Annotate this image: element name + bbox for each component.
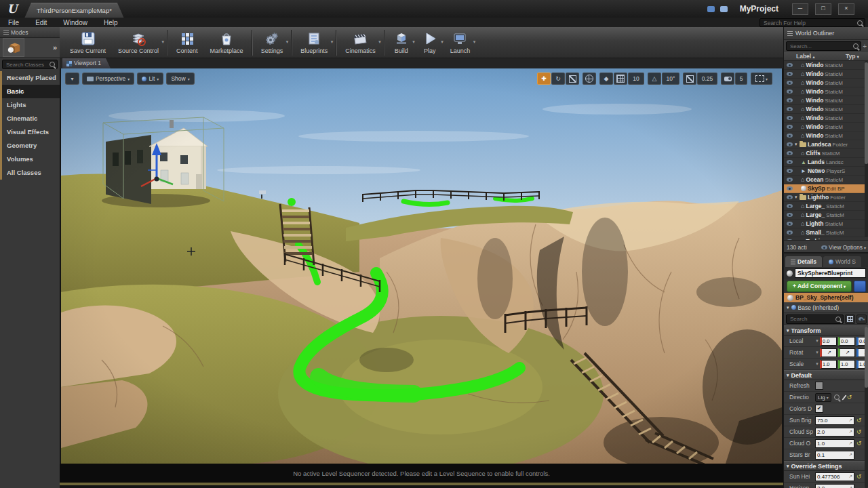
colors-d-checkbox[interactable]: ✔ [815,405,823,413]
toolbar-content-button[interactable]: Content [170,28,204,57]
toolbar-source-control-button[interactable]: Source Control▾ [112,28,165,57]
edit-blueprint-button[interactable] [854,281,866,292]
outliner-row-windo[interactable]: ⌂WindoStaticM [784,123,868,131]
rotation-snap-value[interactable]: 10° [662,73,679,85]
grid-snap-button[interactable] [614,73,627,85]
refresh-checkbox[interactable] [815,382,823,390]
minimize-button[interactable]: ─ [792,3,808,15]
visibility-eye-icon[interactable] [787,98,793,102]
reset-to-default-icon[interactable]: ↺ [856,474,862,480]
toolbar-blueprints-button[interactable]: Blueprints▾ [294,28,334,57]
toolbar-save-current-button[interactable]: Save Current [64,28,112,57]
visibility-eye-icon[interactable] [787,178,793,182]
dropdown-caret-icon[interactable]: ▾ [441,39,443,45]
outliner-row-windo[interactable]: ⌂WindoStaticM [784,79,868,87]
visibility-eye-icon[interactable] [787,72,793,76]
outliner-scrollbar[interactable] [865,61,868,237]
visibility-eye-icon[interactable] [787,204,793,208]
outliner-row-windo[interactable]: ⌂WindoStaticM [784,105,868,114]
toolbar-launch-button[interactable]: Launch▾ [444,28,477,57]
visibility-eye-icon[interactable] [787,151,793,155]
outliner-search-input[interactable] [789,43,853,50]
place-mode-button[interactable] [3,38,24,57]
visibility-eye-icon[interactable] [787,116,793,120]
visibility-eye-icon[interactable] [787,142,793,146]
expand-caret-icon[interactable]: ▾ [795,142,800,147]
outliner-row-windo[interactable]: ⌂WindoStaticM [784,114,868,123]
component-base-row[interactable]: ▾ Base (Inherited) [784,302,868,313]
outliner-row-netwo[interactable]: ►NetwoPlayerS [784,167,868,176]
outliner-row-cliffs[interactable]: ⌂CliffsStaticM [784,149,868,158]
community-icon[interactable] [720,6,728,12]
stars-br-field[interactable]: 0.1↗ [815,451,854,460]
tab-world-settings[interactable]: World S [823,256,861,267]
column-type[interactable]: Typ ▾ [846,53,868,60]
modes-item-basic[interactable]: Basic [2,85,60,98]
rotate-tool-button[interactable]: ↻ [551,73,565,85]
eyedropper-icon[interactable] [842,394,846,400]
help-search-box[interactable] [760,18,865,27]
visibility-eye-icon[interactable] [787,63,793,67]
outliner-row-landsca[interactable]: ▾LandscaFolder [784,140,868,149]
outliner-row-windo[interactable]: ⌂WindoStaticM [784,70,868,79]
outliner-row-large[interactable]: ⌂Large_StaticM [784,211,868,220]
visibility-eye-icon[interactable] [787,81,793,85]
visibility-eye-icon[interactable] [787,222,793,226]
property-matrix-button[interactable] [845,314,855,324]
outliner-row-small[interactable]: ⌂Small_StaticM [784,228,868,237]
toolbar-settings-button[interactable]: Settings▾ [255,28,290,57]
actor-name-field[interactable]: SkySphereBlueprint [795,268,866,278]
world-outliner-tab[interactable]: World Outliner [784,27,868,40]
camera-speed-button[interactable] [721,73,734,85]
viewport-tab[interactable]: Viewport 1 [62,58,111,68]
menu-help[interactable]: Help [96,19,126,26]
dropdown-caret-icon[interactable]: ▾ [412,39,415,45]
sun-hei-field[interactable]: 0.477306↗ [815,472,854,481]
scale-snap-value[interactable]: 0.25 [697,73,717,85]
lit-mode-button[interactable]: Lit▾ [137,73,163,85]
toolbar-marketplace-button[interactable]: Marketplace [204,28,250,57]
visibility-eye-icon[interactable] [787,134,793,138]
camera-speed-value[interactable]: 5 [735,73,747,85]
visibility-eye-icon[interactable] [787,230,793,235]
feedback-icon[interactable] [707,6,715,12]
modes-item-all-classes[interactable]: All Classes [2,166,60,180]
view-options-button[interactable]: View Options▾ [821,244,866,251]
visibility-eye-icon[interactable] [787,239,793,240]
modes-panel-tab[interactable]: Modes [0,27,60,38]
rotation-snap-button[interactable]: △ [648,73,661,85]
outliner-search-box[interactable] [786,41,861,51]
outliner-add-filter-icon[interactable]: + [863,43,867,50]
menu-edit[interactable]: Edit [27,19,55,26]
directio-dropdown[interactable]: Lig▾ [815,393,831,402]
location-x-field[interactable]: 0.0 [820,337,837,346]
maximize-viewport-button[interactable]: ▾ [751,73,772,85]
show-button[interactable]: Show▾ [166,73,194,85]
expand-modes-icon[interactable]: » [53,43,57,52]
section-default[interactable]: ▾Default [784,370,868,380]
outliner-row-ocean[interactable]: ⌂OceanStaticM [784,176,868,184]
modes-item-volumes[interactable]: Volumes [2,152,60,166]
outliner-row-windo[interactable]: ⌂WindoStaticM [784,96,868,105]
dropdown-caret-icon[interactable]: ▾ [162,39,165,45]
toolbar-build-button[interactable]: Build▾ [387,28,416,57]
modes-item-cinematic[interactable]: Cinematic [2,112,60,125]
location-y-field[interactable]: 0.0 [838,337,855,346]
dropdown-caret-icon[interactable]: ▾ [286,39,289,45]
scale-snap-button[interactable] [683,73,696,85]
component-self-row[interactable]: BP_Sky_Sphere(self) [784,293,868,302]
modes-item-geometry[interactable]: Geometry [2,139,60,152]
outliner-row-skysp[interactable]: SkySpEdit BP [784,184,868,193]
move-tool-button[interactable]: ✚ [537,73,551,85]
dropdown-caret-icon[interactable]: ▾ [331,39,334,45]
visibility-eye-icon[interactable] [787,169,793,173]
browse-asset-icon[interactable] [834,394,840,400]
menu-window[interactable]: Window [55,19,96,26]
dropdown-caret-icon[interactable]: ▾ [378,39,381,45]
viewport-options-button[interactable]: ▼ [65,73,79,85]
toolbar-play-button[interactable]: Play▾ [416,28,444,57]
maximize-button[interactable]: □ [815,3,831,15]
outliner-row-lands[interactable]: ▲LandsLandsc [784,158,868,167]
rotation-x-field[interactable]: ↗ [820,348,837,357]
reset-to-default-icon[interactable]: ↺ [856,418,862,424]
